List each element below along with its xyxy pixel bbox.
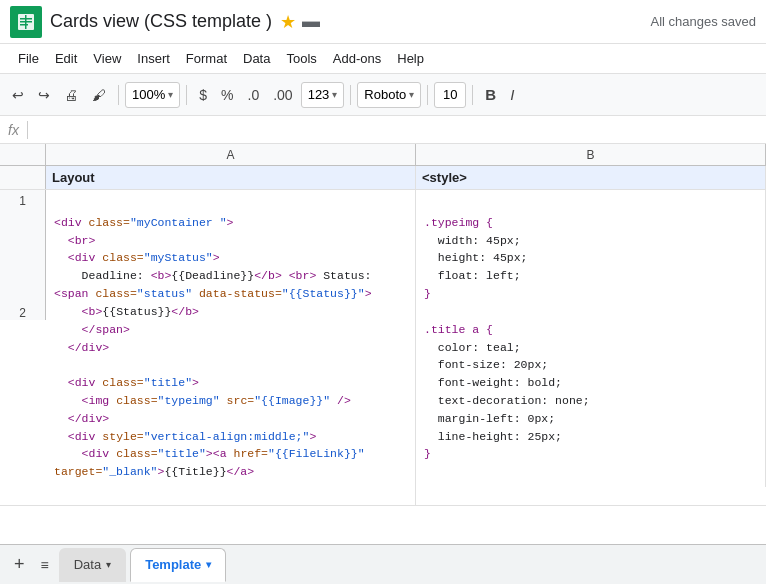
layout-label: Layout: [52, 170, 95, 185]
tab-template-label: Template: [145, 557, 201, 572]
toolbar-separator-2: [186, 85, 187, 105]
menu-insert[interactable]: Insert: [129, 47, 178, 70]
tab-bar: + ≡ Data ▾ Template ▾: [0, 544, 766, 584]
star-icon[interactable]: ★: [280, 11, 296, 33]
style-code: .typeimg { width: 45px; height: 45px; fl…: [424, 196, 757, 481]
percent-button[interactable]: %: [215, 83, 239, 107]
sheets-icon: [10, 6, 42, 38]
menu-file[interactable]: File: [10, 47, 47, 70]
font-size-input[interactable]: [434, 82, 466, 108]
folder-icon[interactable]: ▬: [302, 11, 320, 32]
toolbar-separator-5: [472, 85, 473, 105]
cell-layout-header[interactable]: Layout: [46, 166, 416, 189]
zoom-value: 100%: [132, 87, 165, 102]
number-format-dropdown[interactable]: 123 ▾: [301, 82, 345, 108]
zoom-dropdown[interactable]: 100% ▾: [125, 82, 180, 108]
table-row: Layout <style>: [0, 166, 766, 190]
column-headers: A B: [0, 144, 766, 166]
row-1-num: 12: [0, 190, 46, 320]
row-num-header-label: [0, 166, 46, 189]
numformat-chevron-icon: ▾: [332, 89, 337, 100]
dec-decrease-button[interactable]: .0: [242, 83, 266, 107]
toolbar: ↩ ↪ 🖨 🖌 100% ▾ $ % .0 .00 123 ▾ Roboto ▾…: [0, 74, 766, 116]
font-value: Roboto: [364, 87, 406, 102]
menu-help[interactable]: Help: [389, 47, 432, 70]
cell-a-content[interactable]: <div class="myContainer "> <br> <div cla…: [46, 190, 416, 505]
paint-format-button[interactable]: 🖌: [86, 83, 112, 107]
dec-increase-button[interactable]: .00: [267, 83, 298, 107]
zoom-chevron-icon: ▾: [168, 89, 173, 100]
font-dropdown[interactable]: Roboto ▾: [357, 82, 421, 108]
menu-format[interactable]: Format: [178, 47, 235, 70]
cell-style-header[interactable]: <style>: [416, 166, 766, 189]
menu-data[interactable]: Data: [235, 47, 278, 70]
tab-data[interactable]: Data ▾: [59, 548, 126, 582]
svg-rect-4: [20, 24, 28, 26]
toolbar-separator-4: [427, 85, 428, 105]
save-status: All changes saved: [650, 14, 756, 29]
col-b-header[interactable]: B: [416, 144, 766, 165]
currency-button[interactable]: $: [193, 83, 213, 107]
layout-code: <div class="myContainer "> <br> <div cla…: [54, 196, 407, 499]
menu-edit[interactable]: Edit: [47, 47, 85, 70]
svg-rect-5: [25, 15, 27, 29]
style-label: <style>: [422, 170, 467, 185]
toolbar-separator-1: [118, 85, 119, 105]
italic-button[interactable]: I: [504, 82, 520, 107]
undo-button[interactable]: ↩: [6, 83, 30, 107]
add-sheet-button[interactable]: +: [8, 550, 31, 579]
tab-template[interactable]: Template ▾: [130, 548, 226, 582]
document-title: Cards view (CSS template ): [50, 11, 272, 32]
col-a-header[interactable]: A: [46, 144, 416, 165]
spreadsheet: A B Layout <style> 12 <div class="myCont…: [0, 144, 766, 544]
title-bar: Cards view (CSS template ) ★ ▬ All chang…: [0, 0, 766, 44]
sheet-body: Layout <style> 12 <div class="myContaine…: [0, 166, 766, 544]
row-num-header: [0, 144, 46, 165]
menu-addons[interactable]: Add-ons: [325, 47, 389, 70]
tab-template-chevron-icon: ▾: [206, 559, 211, 570]
tab-data-label: Data: [74, 557, 101, 572]
print-button[interactable]: 🖨: [58, 83, 84, 107]
menu-view[interactable]: View: [85, 47, 129, 70]
redo-button[interactable]: ↪: [32, 83, 56, 107]
number-format-value: 123: [308, 87, 330, 102]
menu-bar: File Edit View Insert Format Data Tools …: [0, 44, 766, 74]
menu-tools[interactable]: Tools: [278, 47, 324, 70]
table-row: 12 <div class="myContainer "> <br> <div …: [0, 190, 766, 506]
fx-label: fx: [8, 122, 19, 138]
tab-data-chevron-icon: ▾: [106, 559, 111, 570]
sheet-list-button[interactable]: ≡: [35, 553, 55, 577]
bold-button[interactable]: B: [479, 82, 502, 107]
cell-b-content[interactable]: .typeimg { width: 45px; height: 45px; fl…: [416, 190, 766, 487]
formula-bar: fx: [0, 116, 766, 144]
toolbar-separator-3: [350, 85, 351, 105]
font-chevron-icon: ▾: [409, 89, 414, 100]
formula-divider: [27, 121, 28, 139]
